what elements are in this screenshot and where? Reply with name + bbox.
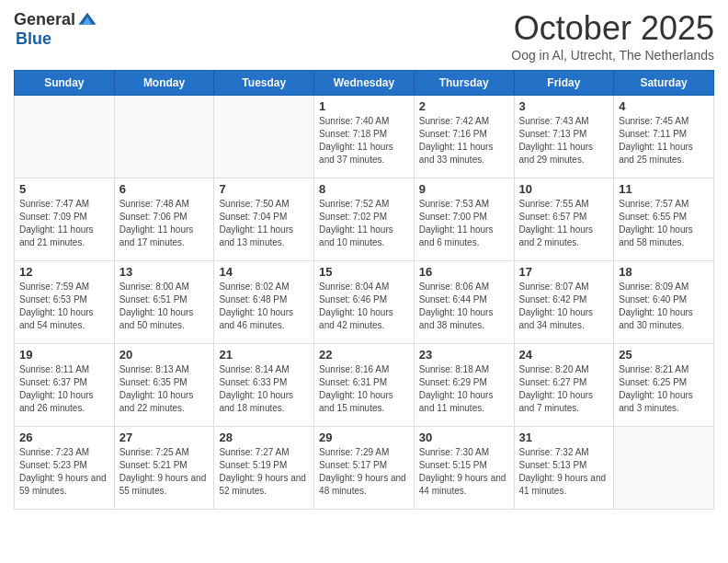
day-info: Sunrise: 7:32 AM Sunset: 5:13 PM Dayligh… — [519, 446, 609, 498]
calendar-table: SundayMondayTuesdayWednesdayThursdayFrid… — [14, 70, 714, 510]
calendar-cell: 11Sunrise: 7:57 AM Sunset: 6:55 PM Dayli… — [614, 178, 714, 261]
calendar-cell — [614, 427, 714, 510]
day-number: 9 — [419, 182, 509, 196]
day-number: 1 — [319, 99, 409, 113]
day-info: Sunrise: 8:13 AM Sunset: 6:35 PM Dayligh… — [119, 363, 210, 415]
calendar-cell: 6Sunrise: 7:48 AM Sunset: 7:06 PM Daylig… — [114, 178, 214, 261]
calendar-cell: 4Sunrise: 7:45 AM Sunset: 7:11 PM Daylig… — [614, 96, 714, 178]
day-info: Sunrise: 8:14 AM Sunset: 6:33 PM Dayligh… — [219, 363, 309, 415]
day-info: Sunrise: 7:42 AM Sunset: 7:16 PM Dayligh… — [419, 115, 509, 167]
col-header-friday: Friday — [514, 71, 614, 96]
logo-blue-text: Blue — [16, 29, 51, 48]
day-number: 19 — [19, 348, 109, 362]
logo-icon — [77, 9, 97, 29]
page-header: General Blue October 2025 Oog in Al, Utr… — [14, 9, 714, 63]
calendar-cell: 22Sunrise: 8:16 AM Sunset: 6:31 PM Dayli… — [314, 344, 415, 427]
day-number: 31 — [519, 431, 609, 444]
day-info: Sunrise: 7:52 AM Sunset: 7:02 PM Dayligh… — [319, 198, 409, 249]
col-header-saturday: Saturday — [614, 71, 714, 96]
day-number: 22 — [319, 348, 409, 362]
day-number: 12 — [19, 265, 109, 279]
calendar-cell: 3Sunrise: 7:43 AM Sunset: 7:13 PM Daylig… — [514, 96, 614, 178]
calendar-cell: 15Sunrise: 8:04 AM Sunset: 6:46 PM Dayli… — [314, 261, 415, 344]
title-block: October 2025 Oog in Al, Utrecht, The Net… — [511, 9, 714, 63]
col-header-wednesday: Wednesday — [314, 71, 415, 96]
day-info: Sunrise: 7:47 AM Sunset: 7:09 PM Dayligh… — [19, 198, 109, 249]
day-info: Sunrise: 8:16 AM Sunset: 6:31 PM Dayligh… — [319, 363, 409, 415]
day-info: Sunrise: 7:57 AM Sunset: 6:55 PM Dayligh… — [619, 198, 709, 249]
day-number: 14 — [219, 265, 309, 279]
day-number: 11 — [619, 182, 709, 196]
day-number: 13 — [119, 265, 210, 279]
day-info: Sunrise: 8:21 AM Sunset: 6:25 PM Dayligh… — [619, 363, 709, 415]
day-number: 23 — [419, 348, 509, 362]
calendar-cell: 19Sunrise: 8:11 AM Sunset: 6:37 PM Dayli… — [15, 344, 115, 427]
day-number: 2 — [419, 99, 509, 113]
day-info: Sunrise: 7:45 AM Sunset: 7:11 PM Dayligh… — [619, 115, 709, 167]
day-number: 6 — [119, 182, 210, 196]
day-info: Sunrise: 8:00 AM Sunset: 6:51 PM Dayligh… — [119, 281, 210, 332]
calendar-cell: 13Sunrise: 8:00 AM Sunset: 6:51 PM Dayli… — [114, 261, 214, 344]
day-info: Sunrise: 7:29 AM Sunset: 5:17 PM Dayligh… — [319, 446, 409, 498]
day-number: 3 — [519, 99, 609, 113]
day-number: 18 — [619, 265, 709, 279]
calendar-cell: 18Sunrise: 8:09 AM Sunset: 6:40 PM Dayli… — [614, 261, 714, 344]
day-info: Sunrise: 7:59 AM Sunset: 6:53 PM Dayligh… — [19, 281, 109, 332]
calendar-cell: 29Sunrise: 7:29 AM Sunset: 5:17 PM Dayli… — [314, 427, 415, 510]
calendar-cell: 12Sunrise: 7:59 AM Sunset: 6:53 PM Dayli… — [15, 261, 115, 344]
day-number: 17 — [519, 265, 609, 279]
col-header-sunday: Sunday — [15, 71, 115, 96]
day-info: Sunrise: 7:55 AM Sunset: 6:57 PM Dayligh… — [519, 198, 609, 249]
calendar-cell: 31Sunrise: 7:32 AM Sunset: 5:13 PM Dayli… — [514, 427, 614, 510]
calendar-cell: 7Sunrise: 7:50 AM Sunset: 7:04 PM Daylig… — [214, 178, 314, 261]
calendar-week-2: 5Sunrise: 7:47 AM Sunset: 7:09 PM Daylig… — [15, 178, 714, 261]
calendar-cell: 5Sunrise: 7:47 AM Sunset: 7:09 PM Daylig… — [15, 178, 115, 261]
day-info: Sunrise: 7:25 AM Sunset: 5:21 PM Dayligh… — [119, 446, 210, 498]
calendar-cell: 17Sunrise: 8:07 AM Sunset: 6:42 PM Dayli… — [514, 261, 614, 344]
calendar-cell: 9Sunrise: 7:53 AM Sunset: 7:00 PM Daylig… — [414, 178, 514, 261]
day-number: 10 — [519, 182, 609, 196]
day-info: Sunrise: 7:43 AM Sunset: 7:13 PM Dayligh… — [519, 115, 609, 167]
calendar-cell: 26Sunrise: 7:23 AM Sunset: 5:23 PM Dayli… — [15, 427, 115, 510]
day-number: 24 — [519, 348, 609, 362]
day-info: Sunrise: 8:20 AM Sunset: 6:27 PM Dayligh… — [519, 363, 609, 415]
calendar-cell: 10Sunrise: 7:55 AM Sunset: 6:57 PM Dayli… — [514, 178, 614, 261]
day-info: Sunrise: 7:40 AM Sunset: 7:18 PM Dayligh… — [319, 115, 409, 167]
day-info: Sunrise: 8:09 AM Sunset: 6:40 PM Dayligh… — [619, 281, 709, 332]
calendar-cell: 14Sunrise: 8:02 AM Sunset: 6:48 PM Dayli… — [214, 261, 314, 344]
day-number: 26 — [19, 431, 109, 444]
calendar-week-4: 19Sunrise: 8:11 AM Sunset: 6:37 PM Dayli… — [15, 344, 714, 427]
calendar-cell: 2Sunrise: 7:42 AM Sunset: 7:16 PM Daylig… — [414, 96, 514, 178]
calendar-cell: 8Sunrise: 7:52 AM Sunset: 7:02 PM Daylig… — [314, 178, 415, 261]
day-info: Sunrise: 8:07 AM Sunset: 6:42 PM Dayligh… — [519, 281, 609, 332]
day-number: 21 — [219, 348, 309, 362]
day-info: Sunrise: 7:50 AM Sunset: 7:04 PM Dayligh… — [219, 198, 309, 249]
day-number: 29 — [319, 431, 409, 444]
col-header-thursday: Thursday — [414, 71, 514, 96]
day-info: Sunrise: 8:18 AM Sunset: 6:29 PM Dayligh… — [419, 363, 509, 415]
calendar-cell: 21Sunrise: 8:14 AM Sunset: 6:33 PM Dayli… — [214, 344, 314, 427]
calendar-cell: 27Sunrise: 7:25 AM Sunset: 5:21 PM Dayli… — [114, 427, 214, 510]
calendar-cell: 16Sunrise: 8:06 AM Sunset: 6:44 PM Dayli… — [414, 261, 514, 344]
day-number: 15 — [319, 265, 409, 279]
calendar-cell: 30Sunrise: 7:30 AM Sunset: 5:15 PM Dayli… — [414, 427, 514, 510]
day-number: 5 — [19, 182, 109, 196]
logo: General Blue — [14, 9, 97, 49]
day-number: 28 — [219, 431, 309, 444]
calendar-cell — [15, 96, 115, 178]
day-number: 25 — [619, 348, 709, 362]
calendar-header-row: SundayMondayTuesdayWednesdayThursdayFrid… — [15, 71, 714, 96]
day-info: Sunrise: 8:02 AM Sunset: 6:48 PM Dayligh… — [219, 281, 309, 332]
calendar-cell: 25Sunrise: 8:21 AM Sunset: 6:25 PM Dayli… — [614, 344, 714, 427]
calendar-cell: 28Sunrise: 7:27 AM Sunset: 5:19 PM Dayli… — [214, 427, 314, 510]
day-info: Sunrise: 7:30 AM Sunset: 5:15 PM Dayligh… — [419, 446, 509, 498]
day-info: Sunrise: 8:04 AM Sunset: 6:46 PM Dayligh… — [319, 281, 409, 332]
day-info: Sunrise: 7:48 AM Sunset: 7:06 PM Dayligh… — [119, 198, 210, 249]
day-info: Sunrise: 8:06 AM Sunset: 6:44 PM Dayligh… — [419, 281, 509, 332]
calendar-cell: 20Sunrise: 8:13 AM Sunset: 6:35 PM Dayli… — [114, 344, 214, 427]
day-number: 20 — [119, 348, 210, 362]
calendar-week-5: 26Sunrise: 7:23 AM Sunset: 5:23 PM Dayli… — [15, 427, 714, 510]
calendar-cell: 1Sunrise: 7:40 AM Sunset: 7:18 PM Daylig… — [314, 96, 415, 178]
day-info: Sunrise: 7:27 AM Sunset: 5:19 PM Dayligh… — [219, 446, 309, 498]
day-number: 30 — [419, 431, 509, 444]
